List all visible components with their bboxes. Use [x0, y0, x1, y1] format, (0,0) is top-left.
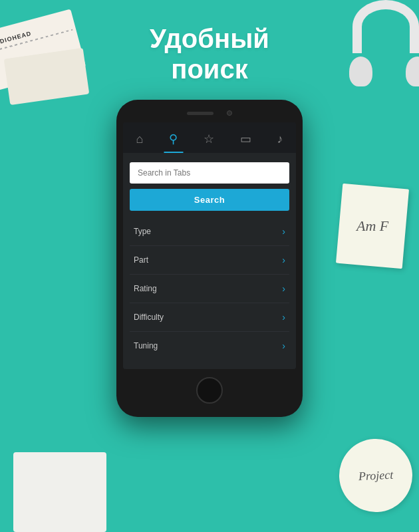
filter-label-type: Type [134, 227, 151, 236]
nav-home[interactable]: ⌂ [130, 130, 148, 149]
filter-item-difficulty[interactable]: Difficulty› [130, 303, 289, 332]
phone-top-area [123, 110, 296, 116]
filter-item-type[interactable]: Type› [130, 217, 289, 246]
filter-item-tuning[interactable]: Tuning› [130, 332, 289, 360]
phone-screen: ⌂ ⚲ ☆ ▭ ♪ Search [123, 122, 296, 369]
decorative-project-note: Project [337, 437, 414, 514]
nav-bar: ⌂ ⚲ ☆ ▭ ♪ [123, 122, 296, 153]
nav-favorites[interactable]: ☆ [198, 129, 219, 149]
search-button[interactable]: Search [130, 189, 289, 211]
nav-book[interactable]: ▭ [235, 129, 257, 149]
filter-item-part[interactable]: Part› [130, 246, 289, 275]
phone-speaker [187, 112, 213, 115]
filter-chevron-difficulty: › [282, 312, 285, 323]
phone-device: ⌂ ⚲ ☆ ▭ ♪ Search [116, 100, 303, 417]
filter-item-rating[interactable]: Rating› [130, 275, 289, 303]
phone-body: ⌂ ⚲ ☆ ▭ ♪ Search [116, 100, 303, 417]
guitar-icon: ♪ [277, 132, 283, 146]
filter-chevron-type: › [282, 226, 285, 237]
filter-chevron-part: › [282, 255, 285, 265]
search-input-wrapper [130, 162, 289, 184]
filter-label-rating: Rating [134, 284, 157, 293]
phone-camera [227, 110, 232, 116]
star-icon: ☆ [204, 132, 214, 146]
search-input[interactable] [130, 162, 289, 184]
book-icon: ▭ [240, 132, 251, 146]
filter-label-difficulty: Difficulty [134, 313, 164, 322]
home-icon: ⌂ [136, 132, 143, 146]
decorative-note: Am F [336, 184, 409, 269]
filter-label-part: Part [134, 255, 148, 265]
screen-content: Search Type›Part›Rating›Difficulty›Tunin… [123, 153, 296, 369]
filter-list: Type›Part›Rating›Difficulty›Tuning› [130, 217, 289, 360]
page-title: Удобныйпоиск [0, 23, 419, 84]
project-text: Project [358, 467, 393, 483]
nav-guitar[interactable]: ♪ [272, 130, 289, 149]
phone-home-button[interactable] [196, 377, 223, 404]
search-icon: ⚲ [169, 132, 178, 146]
filter-label-tuning: Tuning [134, 341, 158, 350]
decorative-device [13, 452, 106, 532]
nav-search[interactable]: ⚲ [164, 129, 183, 149]
filter-chevron-rating: › [282, 283, 285, 294]
note-text: Am F [356, 217, 388, 235]
filter-chevron-tuning: › [282, 340, 285, 351]
